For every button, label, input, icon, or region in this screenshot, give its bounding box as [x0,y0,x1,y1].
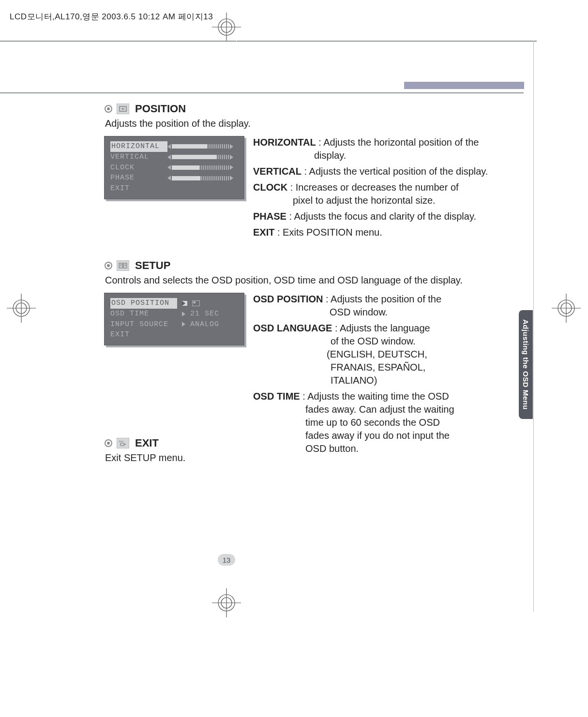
svg-point-30 [107,442,110,445]
setup-title: SETUP [135,259,170,272]
file-stamp: LCD모니터,AL170,영문 2003.6.5 10:12 AM 페이지13 [10,11,213,22]
side-tab: Adjusting the OSD Menu [519,310,533,419]
osd-item-osd-position: OSD POSITION [110,298,177,309]
exit-desc: : Exits POSITION menu. [274,227,382,238]
osd-language-desc-line3: (ENGLISH, DEUTSCH, [253,349,427,359]
side-tab-label: Adjusting the OSD Menu [522,319,530,410]
osd-time-desc: : Adjusts the waiting time the OSD [300,391,449,402]
bullet-icon [104,261,113,270]
osd-time-value: 21 SEC [190,309,219,319]
page-edge-rule [0,41,236,42]
horizontal-desc: : Adjusts the horizontal position of the [316,137,479,148]
right-vertical-rule [533,41,534,612]
osd-time-desc-line2: fades away. Can adjust the waiting [253,404,454,415]
osd-item-horizontal: HORIZONTAL [110,141,167,152]
osd-item-exit: EXIT [110,329,177,340]
clock-desc-line2: pixel to adjust the horizontal size. [253,195,436,206]
exit-term: EXIT [253,227,274,238]
position-menu-icon [117,104,129,114]
osd-item-input-source: INPUT SOURCE [110,319,177,330]
osd-time-term: OSD TIME [253,391,300,402]
setup-menu-icon [117,260,129,271]
position-heading: POSITION [104,103,520,115]
osd-language-desc: : Adjusts the language [332,323,430,333]
setup-explanations: OSD POSITION : Adjusts the position of t… [253,293,520,458]
setup-heading: SETUP [104,259,520,272]
setup-osd-figure: OSD POSITION OSD TIME 21 SEC INPUT SOURC… [104,293,244,345]
bullet-icon [104,105,113,113]
position-osd-figure: HORIZONTAL VERTICAL CLOCK PHASE EXIT [104,136,244,199]
bullet-icon [104,439,113,448]
main-content: POSITION Adjusts the position of the dis… [104,103,520,470]
registration-mark-icon [212,588,241,617]
position-title: POSITION [135,103,186,115]
phase-desc: : Adjusts the focus and clarity of the d… [286,211,476,222]
position-explanations: HORIZONTAL : Adjusts the horizontal posi… [253,136,520,242]
vertical-desc: : Adjusts the vertical position of the d… [302,166,488,177]
horizontal-desc-line2: display. [253,150,346,161]
header-accent-bar [404,82,524,89]
exit-title: EXIT [135,437,159,449]
osd-language-term: OSD LANGUAGE [253,323,332,333]
osd-position-term: OSD POSITION [253,294,323,304]
horizontal-term: HORIZONTAL [253,137,316,148]
setup-intro: Controls and selects the OSD position, O… [105,275,520,286]
svg-text:EXIT: EXIT [119,440,124,443]
phase-term: PHASE [253,211,286,222]
osd-item-clock: CLOCK [110,163,167,173]
osd-language-desc-line2: of the OSD window. [253,336,416,346]
clock-term: CLOCK [253,182,287,193]
input-source-value: ANALOG [190,319,219,330]
osd-item-exit: EXIT [110,183,167,194]
svg-rect-32 [121,443,124,446]
exit-heading: EXIT EXIT [104,437,520,449]
vertical-term: VERTICAL [253,166,302,177]
position-intro: Adjusts the position of the display. [105,118,520,129]
svg-point-22 [107,264,110,267]
osd-item-phase: PHASE [110,173,167,183]
osd-item-osd-time: OSD TIME [110,309,177,319]
registration-mark-icon [212,13,241,42]
header-rule [0,92,524,93]
osd-language-desc-line4: FRANAIS, ESPAÑOL, [253,362,425,373]
registration-mark-icon [7,294,36,323]
clock-desc: : Increases or decreases the number of [287,182,459,193]
page-number: 13 [218,554,235,566]
registration-mark-icon [552,294,581,323]
osd-position-indicator-icon [192,300,200,306]
osd-position-desc: : Adjusts the position of the [323,294,441,304]
osd-time-desc-line3: time up to 60 seconds the OSD [253,417,440,428]
page-edge-rule [237,41,537,42]
exit-intro: Exit SETUP menu. [105,452,520,463]
osd-language-desc-line5: ITALIANO) [253,375,377,386]
osd-item-vertical: VERTICAL [110,152,167,163]
svg-point-17 [107,107,110,110]
osd-position-desc-line2: OSD window. [253,307,388,317]
exit-menu-icon: EXIT [117,438,129,448]
